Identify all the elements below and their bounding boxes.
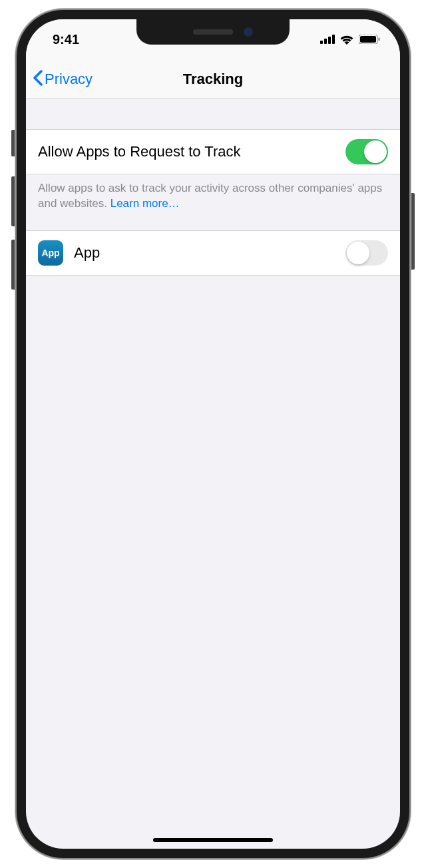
- volume-up-button: [11, 176, 17, 226]
- status-icons: [320, 34, 380, 45]
- back-button[interactable]: Privacy: [26, 69, 93, 89]
- footer-description: Allow apps to ask to track your activity…: [38, 182, 382, 210]
- screen: 9:41: [26, 19, 400, 849]
- svg-rect-3: [332, 35, 335, 44]
- svg-rect-6: [379, 38, 380, 41]
- app-tracking-toggle[interactable]: [345, 240, 388, 266]
- content-area: Allow Apps to Request to Track Allow app…: [26, 99, 400, 276]
- svg-rect-2: [328, 37, 331, 44]
- svg-rect-0: [320, 41, 323, 44]
- status-time: 9:41: [53, 32, 79, 47]
- wifi-icon: [339, 34, 354, 45]
- app-tracking-row: App App: [26, 230, 400, 276]
- battery-icon: [359, 35, 380, 44]
- notch: [136, 19, 290, 45]
- allow-tracking-toggle[interactable]: [345, 139, 388, 164]
- front-camera: [244, 27, 253, 37]
- allow-tracking-label: Allow Apps to Request to Track: [38, 143, 345, 160]
- navigation-bar: Privacy Tracking: [26, 59, 400, 99]
- svg-rect-5: [360, 36, 376, 43]
- allow-tracking-row: Allow Apps to Request to Track: [26, 129, 400, 174]
- svg-rect-1: [324, 39, 327, 44]
- back-label: Privacy: [45, 71, 93, 88]
- device-frame: 9:41: [17, 10, 409, 858]
- app-icon: App: [38, 240, 63, 266]
- app-name-label: App: [74, 244, 345, 262]
- switch-knob: [347, 242, 369, 264]
- cellular-icon: [320, 35, 335, 44]
- home-indicator[interactable]: [153, 838, 273, 842]
- mute-switch: [11, 130, 17, 156]
- speaker-grille: [193, 29, 233, 35]
- volume-down-button: [11, 240, 17, 290]
- page-title: Tracking: [183, 71, 243, 88]
- side-button: [409, 193, 415, 270]
- chevron-left-icon: [33, 69, 43, 89]
- learn-more-link[interactable]: Learn more…: [110, 197, 180, 210]
- switch-knob: [364, 140, 387, 163]
- section-footer: Allow apps to ask to track your activity…: [26, 174, 400, 230]
